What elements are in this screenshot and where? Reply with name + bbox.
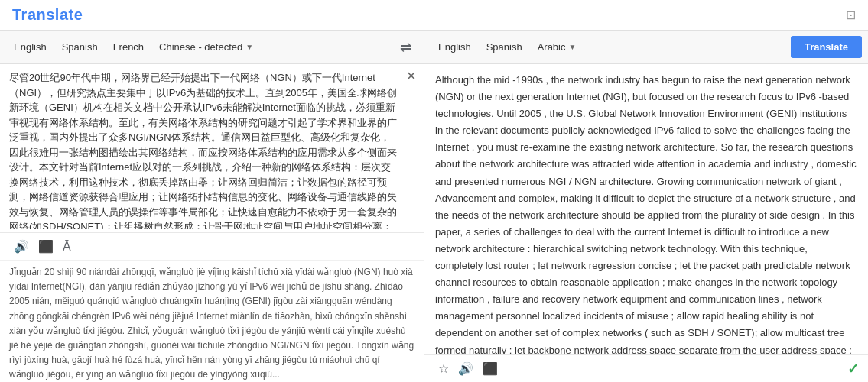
minimize-icon[interactable]: ⊡: [846, 8, 856, 22]
left-input-area: ✕ 尽管20世纪90年代中期，网络界已经开始提出下一代网络（NGN）或下一代In…: [0, 64, 424, 232]
dropdown-arrow-icon: ▼: [245, 43, 253, 51]
left-toolbar: English Spanish French Chinese - detecte…: [0, 31, 424, 64]
top-bar: Translate ⊡: [0, 0, 868, 31]
main-container: English Spanish French Chinese - detecte…: [0, 31, 868, 382]
tab-french-source[interactable]: French: [106, 37, 151, 57]
tab-english-target[interactable]: English: [431, 37, 479, 57]
tab-chinese-detected[interactable]: Chinese - detected ▼: [151, 37, 261, 57]
right-bottom-bar: ☆ 🔊 ⬛ ✓: [424, 354, 868, 382]
translate-button[interactable]: Translate: [791, 36, 862, 58]
tab-english-source[interactable]: English: [6, 37, 54, 57]
right-toolbar: English Spanish Arabic ▼ Translate: [424, 31, 868, 64]
source-copy-button[interactable]: ⬛: [34, 238, 58, 255]
dropdown-arrow-target-icon: ▼: [568, 43, 576, 51]
translated-text: Although the mid -1990s , the network in…: [424, 64, 868, 354]
right-panel: English Spanish Arabic ▼ Translate Altho…: [424, 31, 868, 382]
tab-spanish-source[interactable]: Spanish: [54, 37, 106, 57]
app-title: Translate: [12, 6, 83, 24]
target-copy-button[interactable]: ⬛: [478, 360, 502, 377]
source-text[interactable]: 尽管20世纪90年代中期，网络界已经开始提出下一代网络（NGN）或下一代Inte…: [9, 70, 414, 229]
source-speaker-button[interactable]: 🔊: [9, 238, 34, 255]
target-speaker-button[interactable]: 🔊: [454, 360, 478, 377]
left-bottom-bar: 🔊 ⬛ Ā: [0, 232, 424, 260]
check-icon: ✓: [847, 361, 859, 377]
romanization-text: Jǐnguǎn 20 shìjì 90 niándài zhōngqī, wǎn…: [0, 260, 424, 382]
left-panel: English Spanish French Chinese - detecte…: [0, 31, 424, 382]
tab-spanish-target[interactable]: Spanish: [479, 37, 530, 57]
source-font-button[interactable]: Ā: [58, 238, 76, 255]
clear-input-button[interactable]: ✕: [406, 69, 416, 83]
tab-arabic-target[interactable]: Arabic ▼: [530, 37, 584, 57]
bookmark-button[interactable]: ☆: [434, 360, 454, 377]
swap-languages-button[interactable]: ⇌: [394, 36, 418, 59]
